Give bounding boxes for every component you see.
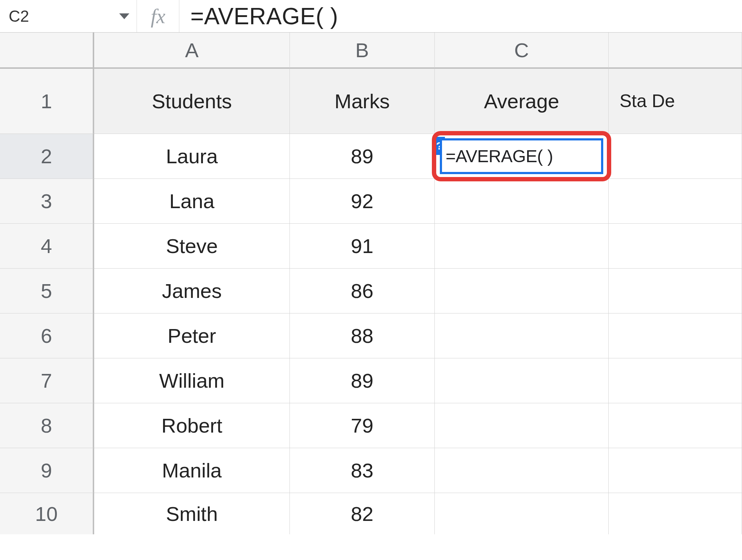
cell-A8[interactable]: Robert: [94, 403, 290, 448]
cell-B9[interactable]: 83: [290, 448, 435, 493]
column-header-row: A B C: [0, 33, 742, 69]
table-row: 8 Robert 79: [0, 403, 742, 448]
cell-reference: C2: [3, 7, 119, 25]
cell-D2[interactable]: [609, 134, 742, 179]
formula-input[interactable]: =AVERAGE( ): [179, 3, 338, 30]
cell-C3[interactable]: [435, 179, 609, 224]
table-row: 5 James 86: [0, 269, 742, 313]
cell-A1[interactable]: Students: [94, 69, 290, 134]
cell-C9[interactable]: [435, 448, 609, 493]
row-header-1[interactable]: 1: [0, 69, 94, 134]
column-header-D[interactable]: [609, 33, 742, 69]
table-row: 6 Peter 88: [0, 313, 742, 358]
table-row: 7 William 89: [0, 358, 742, 403]
cell-C8[interactable]: [435, 403, 609, 448]
cell-C4[interactable]: [435, 224, 609, 269]
formula-bar: C2 fx =AVERAGE( ): [0, 0, 742, 33]
cell-A2[interactable]: Laura: [94, 134, 290, 179]
cell-D6[interactable]: [609, 313, 742, 358]
cell-B1[interactable]: Marks: [290, 69, 435, 134]
cell-B7[interactable]: 89: [290, 358, 435, 403]
cell-A5[interactable]: James: [94, 269, 290, 313]
cell-C10[interactable]: [435, 493, 609, 534]
cell-D9[interactable]: [609, 448, 742, 493]
cell-C2-editing[interactable]: ? =AVERAGE( ): [435, 134, 609, 179]
row-header-10[interactable]: 10: [0, 493, 94, 534]
cell-D4[interactable]: [609, 224, 742, 269]
cell-C6[interactable]: [435, 313, 609, 358]
row-header-7[interactable]: 7: [0, 358, 94, 403]
cell-D8[interactable]: [609, 403, 742, 448]
cell-A7[interactable]: William: [94, 358, 290, 403]
cell-B8[interactable]: 79: [290, 403, 435, 448]
cell-A9[interactable]: Manila: [94, 448, 290, 493]
table-row: 10 Smith 82: [0, 493, 742, 534]
row-header-3[interactable]: 3: [0, 179, 94, 224]
cell-B5[interactable]: 86: [290, 269, 435, 313]
cell-C7[interactable]: [435, 358, 609, 403]
cell-C5[interactable]: [435, 269, 609, 313]
row-header-4[interactable]: 4: [0, 224, 94, 269]
cell-D1[interactable]: Sta De: [609, 69, 742, 134]
cell-A6[interactable]: Peter: [94, 313, 290, 358]
table-row: 9 Manila 83: [0, 448, 742, 493]
column-header-A[interactable]: A: [94, 33, 290, 69]
cell-B3[interactable]: 92: [290, 179, 435, 224]
column-header-B[interactable]: B: [290, 33, 435, 69]
fx-icon[interactable]: fx: [137, 0, 179, 32]
name-box[interactable]: C2: [3, 0, 137, 32]
spreadsheet-grid: A B C 1 Students Marks Average Sta De 2 …: [0, 33, 742, 534]
cell-D5[interactable]: [609, 269, 742, 313]
name-box-dropdown-icon[interactable]: [119, 13, 129, 19]
cell-D10[interactable]: [609, 493, 742, 534]
cell-editor[interactable]: =AVERAGE( ): [440, 138, 603, 174]
row-header-5[interactable]: 5: [0, 269, 94, 313]
cell-A10[interactable]: Smith: [94, 493, 290, 534]
cell-D7[interactable]: [609, 358, 742, 403]
table-row: 3 Lana 92: [0, 179, 742, 224]
row-header-2[interactable]: 2: [0, 134, 94, 179]
table-row: 4 Steve 91: [0, 224, 742, 269]
column-header-C[interactable]: C: [435, 33, 609, 69]
cell-A3[interactable]: Lana: [94, 179, 290, 224]
row-header-6[interactable]: 6: [0, 313, 94, 358]
table-row: 2 Laura 89 ? =AVERAGE( ): [0, 134, 742, 179]
cell-B4[interactable]: 91: [290, 224, 435, 269]
table-row: 1 Students Marks Average Sta De: [0, 69, 742, 134]
cell-B6[interactable]: 88: [290, 313, 435, 358]
cell-B10[interactable]: 82: [290, 493, 435, 534]
row-header-9[interactable]: 9: [0, 448, 94, 493]
cell-B2[interactable]: 89: [290, 134, 435, 179]
cell-C1[interactable]: Average: [435, 69, 609, 134]
cell-A4[interactable]: Steve: [94, 224, 290, 269]
cell-D3[interactable]: [609, 179, 742, 224]
row-header-8[interactable]: 8: [0, 403, 94, 448]
select-all-corner[interactable]: [0, 33, 94, 69]
